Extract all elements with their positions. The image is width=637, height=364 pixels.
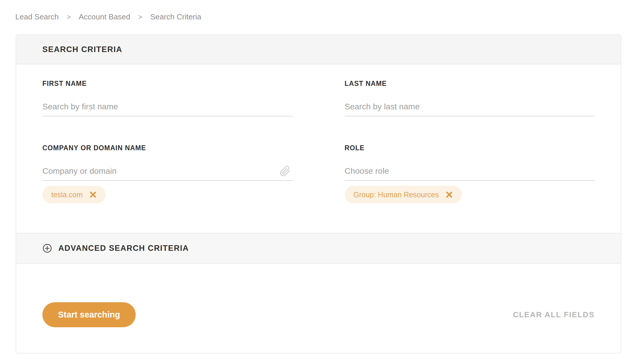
first-name-field-group: FIRST NAME [42,80,293,116]
first-name-label: FIRST NAME [42,80,293,87]
company-field-group: COMPANY OR DOMAIN NAME tesla.com [42,144,293,203]
paperclip-icon[interactable] [280,166,291,177]
breadcrumb-lead-search[interactable]: Lead Search [15,12,59,21]
breadcrumb: Lead Search > Account Based > Search Cri… [15,12,201,21]
breadcrumb-account-based[interactable]: Account Based [79,12,130,21]
tag-remove-icon[interactable] [445,191,453,198]
start-searching-button[interactable]: Start searching [42,302,136,327]
tag-label: Group: Human Resources [354,191,439,199]
search-criteria-card: SEARCH CRITERIA FIRST NAME LAST NAME COM… [16,34,621,353]
first-name-input[interactable] [42,102,293,116]
form-row-names: FIRST NAME LAST NAME [42,80,595,116]
company-input[interactable] [42,166,293,181]
card-footer: Start searching CLEAR ALL FIELDS [16,264,621,353]
role-field-group: ROLE Group: Human Resources [345,144,595,203]
card-header: SEARCH CRITERIA [16,35,621,64]
role-tags: Group: Human Resources [345,186,595,203]
form-row-company-role: COMPANY OR DOMAIN NAME tesla.com [42,144,595,203]
role-label: ROLE [345,144,595,151]
tag-remove-icon[interactable] [89,191,97,198]
tag-label: tesla.com [51,191,83,199]
last-name-input[interactable] [345,102,595,116]
advanced-search-criteria-label: ADVANCED SEARCH CRITERIA [58,244,189,253]
tag-tesla-com: tesla.com [42,186,106,203]
last-name-field-group: LAST NAME [345,80,595,116]
search-form: FIRST NAME LAST NAME COMPANY OR DOMAIN N… [16,64,621,203]
breadcrumb-separator-icon: > [67,13,71,21]
clear-all-fields-button[interactable]: CLEAR ALL FIELDS [513,302,595,327]
advanced-search-criteria-toggle[interactable]: ADVANCED SEARCH CRITERIA [16,233,621,264]
breadcrumb-separator-icon: > [138,13,142,21]
breadcrumb-search-criteria: Search Criteria [150,12,201,21]
role-input[interactable] [345,166,595,181]
tag-group-human-resources: Group: Human Resources [345,186,462,203]
card-title: SEARCH CRITERIA [42,45,122,54]
company-label: COMPANY OR DOMAIN NAME [42,144,293,151]
company-tags: tesla.com [42,186,293,203]
circle-plus-icon [43,244,52,253]
last-name-label: LAST NAME [345,80,595,87]
